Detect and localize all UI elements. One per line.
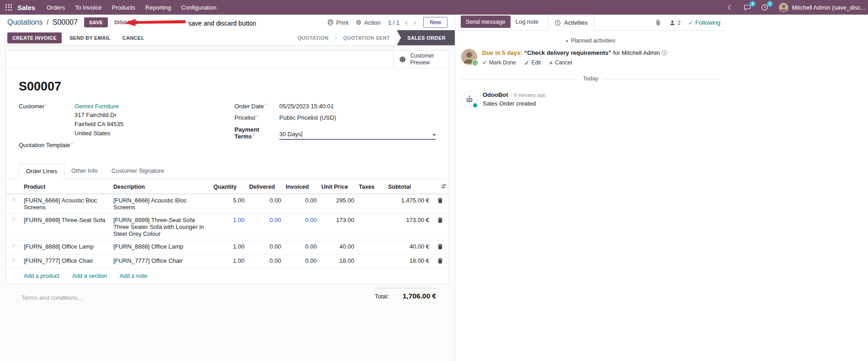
column-unit-price[interactable]: Unit Price: [319, 179, 357, 194]
terms-placeholder[interactable]: Terms and conditions...: [19, 287, 83, 301]
cell-delivered[interactable]: 0.00: [247, 194, 283, 214]
cell-invoiced[interactable]: 0.00: [283, 240, 319, 255]
cell-product[interactable]: [FURN_8888] Office Lamp: [21, 240, 111, 255]
tab-customer-signature[interactable]: Customer Signature: [105, 164, 171, 179]
send-by-email-button[interactable]: SEND BY EMAIL: [65, 32, 115, 43]
pager-previous-icon[interactable]: ‹: [405, 18, 408, 27]
add-product-link[interactable]: Add a product: [24, 273, 59, 279]
help-marker: ?: [45, 103, 47, 107]
payment-terms-input[interactable]: 30 Days: [279, 125, 436, 140]
user-menu[interactable]: Mitchell Admin (save_disc...: [774, 3, 868, 12]
drag-handle-icon[interactable]: ⠿: [6, 255, 21, 269]
status-step-quotation[interactable]: QUOTATION: [291, 30, 335, 45]
add-note-link[interactable]: Add a note: [120, 273, 147, 279]
app-name[interactable]: Sales: [17, 4, 35, 11]
cell-invoiced[interactable]: 0.00: [283, 194, 319, 214]
delete-row-icon[interactable]: [437, 257, 444, 265]
drag-handle-icon[interactable]: ⠿: [6, 194, 21, 214]
menu-orders[interactable]: Orders: [42, 0, 70, 15]
action-menu-button[interactable]: ⚙ Action: [356, 19, 381, 26]
message-timestamp: - 9 minutes ago: [511, 92, 546, 98]
cancel-button[interactable]: CANCEL: [118, 32, 149, 43]
cancel-activity-button[interactable]: × Cancel: [549, 59, 572, 66]
send-message-button[interactable]: Send message: [461, 16, 511, 28]
delete-row-icon[interactable]: [437, 217, 444, 225]
log-note-button[interactable]: Log note: [511, 16, 544, 28]
cell-unit-price[interactable]: 40.00: [319, 240, 357, 255]
cell-delivered[interactable]: 0.00: [247, 240, 283, 255]
cell-taxes[interactable]: [357, 214, 386, 240]
dark-mode-toggle[interactable]: ☾: [724, 0, 738, 15]
message-author[interactable]: OdooBot: [483, 91, 508, 98]
followers-button[interactable]: 2: [669, 20, 681, 26]
delete-row-icon[interactable]: [437, 243, 444, 251]
column-quantity[interactable]: Quantity: [211, 179, 247, 194]
tab-order-lines[interactable]: Order Lines: [19, 164, 64, 179]
messages-systray[interactable]: 4: [740, 0, 755, 15]
cell-taxes[interactable]: [357, 255, 386, 269]
menu-products[interactable]: Products: [107, 0, 140, 15]
cell-invoiced[interactable]: 0.00: [283, 255, 319, 269]
info-icon[interactable]: [661, 50, 667, 57]
cell-description[interactable]: [FURN_8888] Office Lamp: [111, 240, 211, 255]
planned-activities-header[interactable]: ▾Planned activities: [461, 37, 720, 44]
menu-to-invoice[interactable]: To Invoice: [70, 0, 107, 15]
apps-menu-icon[interactable]: [5, 4, 12, 11]
mark-done-button[interactable]: ✓ Mark Done: [482, 59, 516, 66]
activity-avatar: [461, 49, 477, 65]
activities-systray[interactable]: 2: [757, 0, 772, 15]
cell-taxes[interactable]: [357, 240, 386, 255]
cell-product[interactable]: [FURN_8999] Three-Seat Sofa: [21, 214, 111, 240]
customer-preview-button[interactable]: Customer Preview: [393, 51, 449, 68]
save-button[interactable]: SAVE: [84, 17, 108, 27]
cell-unit-price[interactable]: 173.00: [319, 214, 357, 240]
help-marker: ?: [71, 142, 73, 146]
cell-quantity[interactable]: 5.00: [211, 194, 247, 214]
cell-delivered[interactable]: 0.00: [247, 255, 283, 269]
breadcrumb-quotations[interactable]: Quotations: [7, 18, 43, 26]
dropdown-caret-icon[interactable]: [432, 134, 436, 136]
pager-next-icon[interactable]: ›: [413, 18, 416, 27]
column-delivered[interactable]: Delivered: [247, 179, 283, 194]
cell-description[interactable]: [FURN_7777] Office Chair: [111, 255, 211, 269]
drag-handle-icon[interactable]: ⠿: [6, 214, 21, 240]
cell-description[interactable]: [FURN_6666] Acoustic Bloc Screens: [111, 194, 211, 214]
column-subtotal[interactable]: Subtotal: [386, 179, 431, 194]
customer-link[interactable]: Gemini Furniture: [75, 103, 123, 110]
cell-quantity[interactable]: 1.00: [211, 214, 247, 240]
totals-widget: Total: 1,706.00 €: [375, 288, 436, 301]
pricelist-field[interactable]: Public Pricelist (USD): [279, 114, 336, 121]
attachments-button[interactable]: [655, 19, 661, 26]
cell-quantity[interactable]: 1.00: [211, 255, 247, 269]
optional-columns-icon[interactable]: [441, 183, 447, 191]
column-invoiced[interactable]: Invoiced: [283, 179, 319, 194]
column-taxes[interactable]: Taxes: [357, 179, 386, 194]
cell-description[interactable]: [FURN_8999] Three-Seat SofaThree Seater …: [111, 214, 211, 240]
edit-activity-button[interactable]: Edit: [524, 59, 541, 66]
new-button[interactable]: New: [423, 17, 447, 28]
column-description[interactable]: Description: [111, 179, 211, 194]
activities-tab[interactable]: Activities: [548, 16, 594, 31]
menu-configuration[interactable]: Configuration: [176, 0, 221, 15]
cell-taxes[interactable]: [357, 194, 386, 214]
menu-reporting[interactable]: Reporting: [140, 0, 176, 15]
drag-handle-icon[interactable]: ⠿: [6, 240, 21, 255]
order-date-field[interactable]: 05/25/2023 15:40:01: [279, 103, 334, 110]
delete-row-icon[interactable]: [437, 197, 444, 205]
following-button[interactable]: ✓ Following: [688, 19, 720, 26]
cell-unit-price[interactable]: 295.00: [319, 194, 357, 214]
cell-product[interactable]: [FURN_7777] Office Chair: [21, 255, 111, 269]
column-product[interactable]: Product: [21, 179, 111, 194]
activity-due: Due in 5 days:: [482, 49, 522, 56]
add-section-link[interactable]: Add a section: [72, 273, 107, 279]
status-step-sales-order[interactable]: SALES ORDER: [397, 30, 455, 45]
cell-delivered[interactable]: 0.00: [247, 214, 283, 240]
cell-quantity[interactable]: 1.00: [211, 240, 247, 255]
cell-invoiced[interactable]: 0.00: [283, 214, 319, 240]
tab-other-info[interactable]: Other Info: [64, 164, 105, 179]
create-invoice-button[interactable]: CREATE INVOICE: [7, 32, 62, 43]
cell-product[interactable]: [FURN_6666] Acoustic Bloc Screens: [21, 194, 111, 214]
print-button[interactable]: Print: [327, 19, 349, 26]
cell-unit-price[interactable]: 18.00: [319, 255, 357, 269]
status-step-quotation-sent[interactable]: QUOTATION SENT: [336, 30, 397, 45]
